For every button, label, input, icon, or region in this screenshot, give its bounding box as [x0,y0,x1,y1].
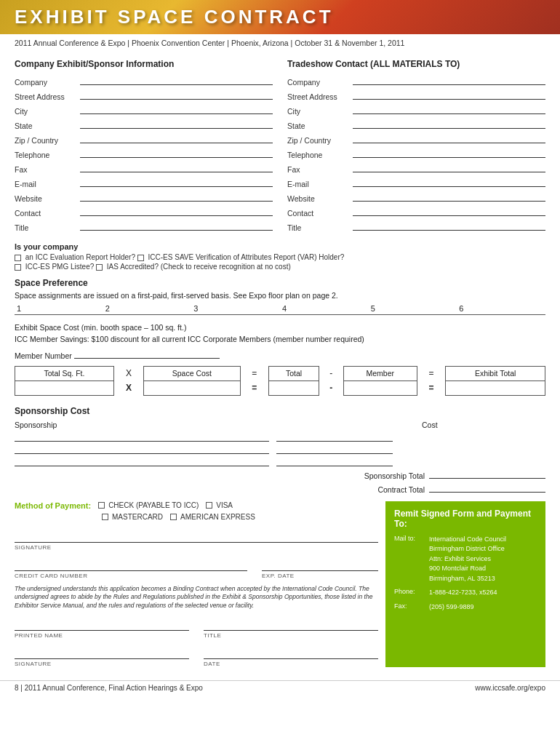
space-num-1[interactable]: 1 [15,304,103,315]
check-label-1: an ICC Evaluation Report Holder? [25,253,137,261]
sig-line-1[interactable] [15,528,378,543]
label-street-right: Street Address [287,92,353,101]
cell-space-cost-input[interactable] [144,381,240,395]
spon-input-left-1[interactable] [15,431,269,442]
input-fax-right[interactable] [353,162,545,172]
checkbox-mastercard[interactable] [102,514,108,520]
input-street-left[interactable] [80,89,273,100]
checkbox-check[interactable] [98,502,105,509]
col-exhibit-total: Exhibit Total [446,366,545,381]
input-city-left[interactable] [80,104,273,114]
spon-input-left-3[interactable] [15,456,269,466]
checkbox-icc-save[interactable] [137,255,144,261]
printed-name-line[interactable] [15,616,189,631]
check-option-check[interactable]: CHECK (PAYABLE TO ICC) [98,501,199,509]
member-number-label: Member Number [15,351,72,360]
check-row-1: an ICC Evaluation Report Holder? ICC-ES … [15,253,545,261]
space-num-5[interactable]: 5 [369,304,457,315]
exp-line[interactable] [262,557,378,571]
input-city-right[interactable] [353,104,545,114]
check-option-amex[interactable]: AMERICAN EXPRESS [170,513,255,521]
checkbox-icc-eval[interactable] [15,255,21,261]
input-company-right[interactable] [353,75,545,85]
space-numbers-row: 1 2 3 4 5 6 [15,304,545,315]
exp-label: EXP. DATE [262,573,378,579]
sponsorship-total-label: Sponsorship Total [364,471,425,480]
label-contact-left: Contact [15,209,80,218]
date-label: DATE [204,661,378,667]
col-member: Member [343,366,417,381]
input-fax-left[interactable] [80,162,273,172]
title-field: TITLE [204,616,378,639]
cc-line[interactable] [15,557,247,571]
col-space-cost: Space Cost [144,366,240,381]
form-row-fax-right: Fax [287,162,545,174]
col-eq2-operator: = [417,366,445,381]
checkbox-icc-pmg[interactable] [15,264,21,271]
input-email-left[interactable] [80,177,273,187]
company-check-title: Is your company [15,242,545,251]
label-state-left: State [15,121,80,130]
space-num-2[interactable]: 2 [103,304,192,315]
label-contact-right: Contact [287,209,353,218]
input-tel-right[interactable] [353,148,545,158]
left-column: Company Exhibit/Sponsor Information Comp… [15,59,273,235]
spon-input-right-3[interactable] [276,456,393,466]
label-street-left: Street Address [15,92,80,101]
label-zip-left: Zip / Country [15,136,80,145]
checkbox-ias[interactable] [96,264,103,271]
spon-input-right-1[interactable] [276,431,393,442]
title-line[interactable] [204,616,378,631]
space-num-3[interactable]: 3 [191,304,280,315]
printed-field: PRINTED NAME [15,616,189,639]
input-website-left[interactable] [80,191,273,202]
label-email-left: E-mail [15,180,80,188]
form-row-state-right: State [287,119,545,130]
input-contact-right[interactable] [353,206,545,216]
input-title-left[interactable] [80,220,273,231]
main-content: Company Exhibit/Sponsor Information Comp… [0,52,560,674]
member-number-input[interactable] [74,348,220,359]
input-state-left[interactable] [80,119,273,129]
sig-label-2: SIGNATURE [15,661,189,667]
checkbox-amex[interactable] [170,514,177,520]
cell-sqft-input[interactable] [15,381,114,395]
check-label-2: ICC-ES SAVE Verification of Attributes R… [148,253,345,261]
form-row-street-left: Street Address [15,89,273,101]
input-website-right[interactable] [353,191,545,202]
contract-total-row: Contract Total [377,482,545,494]
cell-exhibit-total-input[interactable] [446,381,545,395]
input-email-right[interactable] [353,177,545,187]
payment-method-row: Method of Payment: CHECK (PAYABLE TO ICC… [15,501,378,510]
cell-x: X [113,381,143,395]
form-row-city-right: City [287,104,545,116]
input-tel-left[interactable] [80,148,273,158]
input-company-left[interactable] [80,75,273,85]
input-contact-left[interactable] [80,206,273,216]
label-company-right: Company [287,78,353,87]
space-num-4[interactable]: 4 [280,304,369,315]
contract-total-input[interactable] [429,482,545,493]
sig-line-2[interactable] [15,645,189,659]
payment-section: Method of Payment: CHECK (PAYABLE TO ICC… [15,501,378,521]
label-zip-right: Zip / Country [287,136,353,145]
input-zip-left[interactable] [80,133,273,143]
input-state-right[interactable] [353,119,545,129]
checkbox-visa[interactable] [206,502,212,509]
footer-right: www.iccsafe.org/expo [475,684,545,692]
page-footer: 8 | 2011 Annual Conference, Final Action… [0,680,560,695]
input-title-right[interactable] [353,220,545,231]
check-label-amex: AMERICAN EXPRESS [180,513,255,521]
input-street-right[interactable] [353,89,545,100]
spon-input-left-2[interactable] [15,444,269,454]
check-option-mastercard[interactable]: MASTERCARD [102,513,163,521]
spon-input-right-2[interactable] [276,444,393,454]
sponsorship-line-row-3 [15,456,545,466]
sponsorship-total-input[interactable] [429,469,545,479]
date-line[interactable] [204,645,378,659]
check-option-visa[interactable]: VISA [206,501,233,509]
cell-member-input[interactable] [343,381,417,395]
input-zip-right[interactable] [353,133,545,143]
cell-total-input[interactable] [268,381,319,395]
space-num-6[interactable]: 6 [457,304,545,315]
